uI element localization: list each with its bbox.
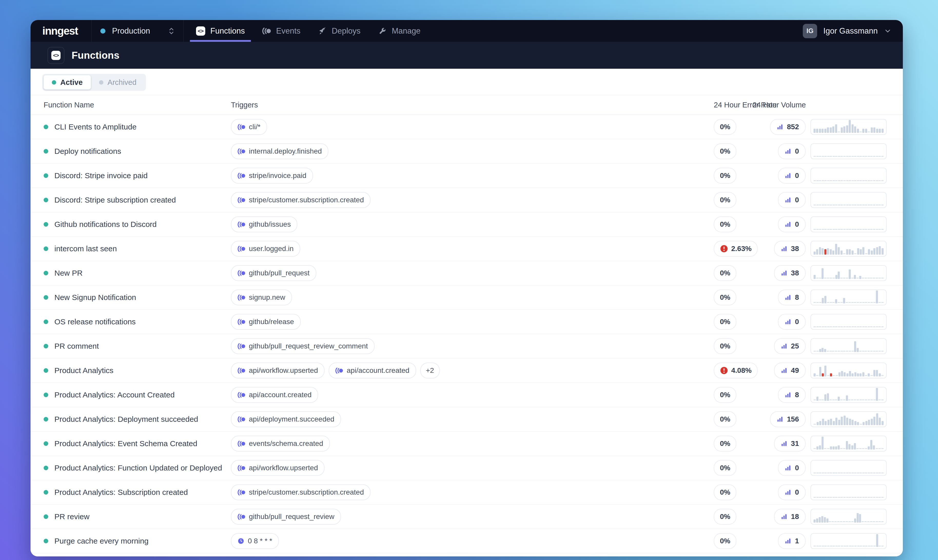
triggers-cell: cli/* (231, 119, 714, 135)
page-title: Functions (72, 50, 119, 61)
volume-sparkline (810, 338, 887, 354)
filter-archived-button[interactable]: Archived (91, 75, 145, 89)
table-row[interactable]: intercom last seen user.logged.in 2.63% … (31, 237, 903, 261)
user-name: Igor Gassmann (823, 26, 878, 35)
error-rate-badge: 0% (714, 265, 736, 281)
function-name: Product Analytics (54, 366, 113, 375)
triggers-cell: api/workflow.upsertedapi/account.created… (231, 363, 714, 378)
function-status-dot (44, 392, 48, 397)
error-rate-cell: 0% (714, 387, 755, 403)
triggers-cell: 0 8 * * * (231, 533, 714, 549)
event-arcs-icon (237, 124, 245, 130)
avatar: IG (803, 24, 817, 38)
table-header: Function Name Triggers 24 Hour Error Rat… (31, 95, 903, 115)
error-warning-icon (720, 366, 728, 375)
event-trigger-badge: api/account.created (231, 387, 318, 403)
triggers-cell: stripe/customer.subscription.created (231, 192, 714, 208)
volume-cell: 0 (778, 192, 806, 208)
triggers-cell: github/pull_request_review_comment (231, 338, 714, 354)
table-row[interactable]: PR review github/pull_request_review 0% … (31, 505, 903, 529)
volume-badge: 49 (774, 363, 806, 378)
function-status-dot (44, 125, 48, 129)
bar-chart-icon (785, 538, 791, 545)
volume-sparkline (810, 241, 887, 257)
volume-sparkline (810, 216, 887, 232)
volume-badge: 0 (778, 168, 806, 184)
function-status-dot (44, 271, 48, 275)
event-trigger-badge: github/release (231, 314, 301, 330)
function-name: Product Analytics: Event Schema Created (54, 439, 197, 448)
bar-chart-icon (776, 124, 783, 130)
volume-sparkline (810, 509, 887, 525)
function-status-dot (44, 149, 48, 154)
archived-dot-icon (99, 80, 103, 85)
table-row[interactable]: OS release notifications github/release … (31, 310, 903, 334)
table-row[interactable]: CLI Events to Amplitude cli/* 0% 852 (31, 115, 903, 139)
table-row[interactable]: Deploy notifications internal.deploy.fin… (31, 139, 903, 164)
table-row[interactable]: Discord: Stripe subscription created str… (31, 188, 903, 212)
volume-badge: 25 (774, 338, 806, 354)
error-rate-cell: 0% (714, 314, 755, 330)
table-row[interactable]: Product Analytics api/workflow.upserteda… (31, 358, 903, 383)
function-status-dot (44, 246, 48, 251)
filter-active-button[interactable]: Active (44, 75, 91, 89)
bar-chart-icon (785, 148, 791, 155)
event-trigger-badge: github/pull_request_review (231, 509, 341, 525)
function-status-dot (44, 320, 48, 324)
event-trigger-badge: github/pull_request (231, 265, 316, 281)
triggers-cell: api/workflow.upserted (231, 460, 714, 476)
event-arcs-icon (237, 465, 245, 471)
event-arcs-icon (237, 319, 245, 325)
volume-sparkline (810, 314, 887, 330)
bar-chart-icon (785, 465, 791, 471)
triggers-cell: stripe/customer.subscription.created (231, 485, 714, 500)
triggers-cell: events/schema.created (231, 435, 714, 452)
environment-switcher[interactable]: Production (91, 20, 184, 42)
table-row[interactable]: Discord: Stripe invoice paid stripe/invo… (31, 164, 903, 188)
tab-functions[interactable]: <> Functions (187, 20, 254, 42)
inngest-logo[interactable]: inngest (31, 20, 91, 42)
event-trigger-badge: stripe/customer.subscription.created (231, 485, 370, 500)
table-row[interactable]: Product Analytics: Account Created api/a… (31, 383, 903, 407)
volume-badge: 8 (778, 289, 806, 305)
volume-cell: 156 (770, 411, 806, 427)
function-status-dot (44, 490, 48, 495)
error-rate-badge: 0% (714, 533, 736, 549)
volume-badge: 0 (778, 485, 806, 500)
user-menu[interactable]: IG Igor Gassmann (792, 20, 903, 42)
volume-cell: 49 (774, 363, 806, 378)
table-row[interactable]: Product Analytics: Event Schema Created … (31, 432, 903, 456)
function-status-dot (44, 514, 48, 519)
volume-badge: 38 (774, 265, 806, 281)
triggers-cell: stripe/invoice.paid (231, 168, 714, 184)
function-name: Product Analytics: Function Updated or D… (54, 464, 222, 472)
error-rate-badge: 0% (714, 387, 736, 403)
tab-deploys[interactable]: Deploys (309, 20, 369, 42)
tab-manage[interactable]: Manage (369, 20, 429, 42)
rocket-icon (318, 27, 327, 35)
event-arcs-icon (237, 343, 245, 349)
volume-badge: 8 (778, 387, 806, 403)
tab-events[interactable]: Events (254, 20, 309, 42)
error-rate-cell: 0% (714, 265, 755, 281)
table-row[interactable]: Product Analytics: Function Updated or D… (31, 456, 903, 480)
table-row[interactable]: Product Analytics: Subscription created … (31, 480, 903, 505)
function-status-dot (44, 222, 48, 227)
table-row[interactable]: Product Analytics: Deployment succeeded … (31, 407, 903, 432)
table-row[interactable]: Reset password email and reminder passwo… (31, 553, 903, 556)
volume-sparkline (810, 387, 887, 403)
function-name: intercom last seen (54, 245, 117, 253)
table-row[interactable]: Github notifications to Discord github/i… (31, 212, 903, 237)
table-row[interactable]: New PR github/pull_request 0% 38 (31, 261, 903, 285)
function-name: Purge cache every morning (54, 537, 149, 545)
table-row[interactable]: New Signup Notification signup.new 0% 8 (31, 285, 903, 310)
filter-row: Active Archived (31, 69, 903, 91)
table-row[interactable]: Purge cache every morning 0 8 * * * 0% 1 (31, 529, 903, 553)
function-name: Discord: Stripe subscription created (54, 195, 176, 205)
error-rate-cell: 0% (714, 411, 755, 427)
error-rate-badge: 4.08% (714, 363, 758, 378)
volume-badge: 156 (770, 411, 806, 427)
volume-cell: 25 (774, 338, 806, 354)
volume-cell: 8 (778, 289, 806, 305)
table-row[interactable]: PR comment github/pull_request_review_co… (31, 334, 903, 358)
